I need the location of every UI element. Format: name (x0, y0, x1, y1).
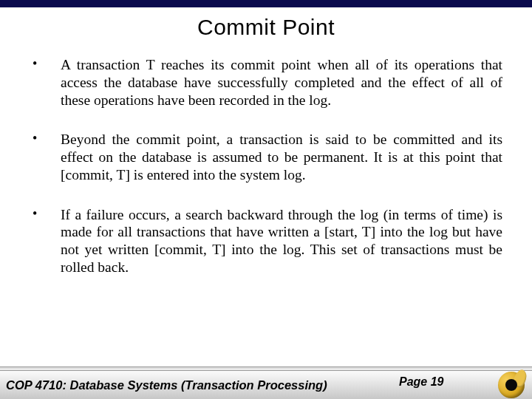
bullet-list: A transaction T reaches its commit point… (30, 56, 502, 276)
slide-body: Commit Point A transaction T reaches its… (0, 7, 532, 276)
footer-page-number: Page 19 (399, 375, 443, 389)
slide-title: Commit Point (30, 15, 502, 40)
bullet-item: Beyond the commit point, a transaction i… (30, 131, 502, 183)
bullet-item: A transaction T reaches its commit point… (30, 56, 502, 109)
footer-bar: COP 4710: Database Systems (Transaction … (0, 371, 532, 399)
top-accent-bar (0, 0, 532, 7)
bullet-item: If a failure occurs, a search backward t… (30, 206, 502, 276)
ucf-logo-icon (498, 372, 525, 398)
footer-course-label: COP 4710: Database Systems (Transaction … (6, 378, 327, 392)
slide-footer: COP 4710: Database Systems (Transaction … (0, 366, 532, 399)
